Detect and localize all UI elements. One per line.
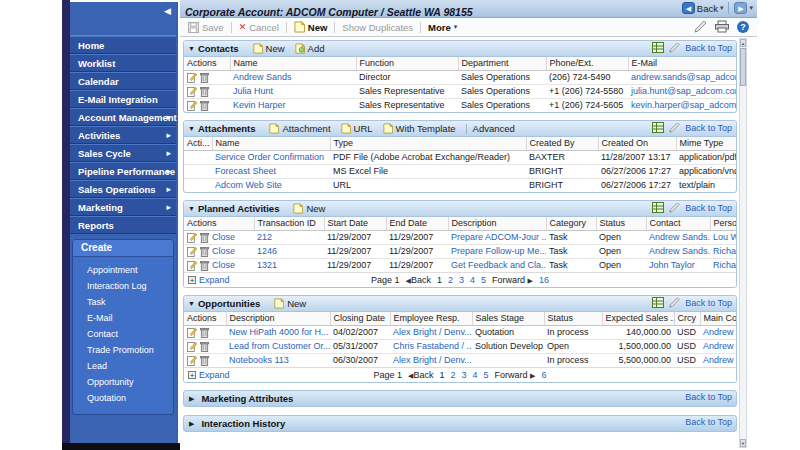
- last-page-number[interactable]: 6: [541, 370, 546, 380]
- activity-contact-link[interactable]: John Taylor: [649, 260, 695, 270]
- edit-row-icon[interactable]: [187, 327, 197, 338]
- delete-row-icon[interactable]: [200, 355, 209, 366]
- employee-responsible-link[interactable]: Chris Fastabend / ...: [393, 341, 472, 351]
- column-header[interactable]: Status: [596, 217, 646, 230]
- activity-description-link[interactable]: Prepare ADCOM-Jour ...: [451, 232, 546, 242]
- create-item-quotation[interactable]: Quotation: [87, 390, 173, 406]
- page-number[interactable]: 3: [461, 370, 466, 380]
- column-header[interactable]: Function: [356, 57, 458, 70]
- person-responsible-link[interactable]: Richard Baxter...: [713, 260, 736, 270]
- page-number[interactable]: 2: [450, 370, 455, 380]
- create-item-opportunity[interactable]: Opportunity: [87, 374, 173, 390]
- new-button[interactable]: New: [292, 21, 330, 33]
- scrollbar-thumb[interactable]: [740, 48, 746, 86]
- main-contact-link[interactable]: Andrew Sands /...: [703, 341, 736, 351]
- forward-button[interactable]: ▶ ▾: [734, 2, 753, 14]
- sidebar-item-account-management[interactable]: Account Management▸: [70, 108, 176, 126]
- page-number[interactable]: 1: [439, 370, 444, 380]
- activity-contact-link[interactable]: Andrew Sands...: [649, 246, 710, 256]
- contact-name-link[interactable]: Kevin Harper: [233, 100, 286, 110]
- page-number[interactable]: 4: [473, 370, 478, 380]
- contacts-new-button[interactable]: New: [253, 43, 285, 54]
- sidebar-item-home[interactable]: Home: [70, 36, 176, 54]
- sidebar-item-worklist[interactable]: Worklist: [70, 54, 176, 72]
- opportunities-new-button[interactable]: New: [274, 298, 306, 309]
- edit-page-button[interactable]: [694, 20, 707, 33]
- employee-responsible-link[interactable]: Alex Bright / Denv...: [393, 355, 472, 365]
- expand-button[interactable]: + Expand: [188, 370, 230, 380]
- attachments-back-to-top-link[interactable]: Back to Top: [685, 123, 732, 133]
- export-spreadsheet-icon[interactable]: [652, 42, 664, 53]
- planned-activities-back-to-top-link[interactable]: Back to Top: [685, 203, 732, 213]
- page-number[interactable]: 1: [437, 275, 442, 285]
- page-number[interactable]: 4: [470, 275, 475, 285]
- scroll-up-icon[interactable]: ▲: [740, 39, 746, 47]
- employee-responsible-link[interactable]: Alex Bright / Denv...: [393, 327, 472, 337]
- show-duplicates-button[interactable]: Show Duplicates: [340, 22, 415, 33]
- marketing-attributes-back-to-top-link[interactable]: Back to Top: [685, 392, 732, 402]
- column-header[interactable]: Phone/Ext.: [546, 57, 628, 70]
- column-header[interactable]: Department: [458, 57, 546, 70]
- pager-forward[interactable]: Forward ▶: [495, 370, 536, 380]
- delete-row-icon[interactable]: [200, 86, 209, 97]
- column-header[interactable]: End Date: [386, 217, 448, 230]
- column-header[interactable]: Mime Type: [676, 137, 736, 150]
- advanced-button[interactable]: Advanced: [473, 123, 515, 134]
- attachment-name-link[interactable]: Service Order Confirmation: [215, 152, 324, 162]
- attachment-name-link[interactable]: Forecast Sheet: [215, 166, 276, 176]
- sidebar-item-sales-cycle[interactable]: Sales Cycle▸: [70, 144, 176, 162]
- person-responsible-link[interactable]: Richard Baxter...: [713, 246, 736, 256]
- contact-email-link[interactable]: kevin.harper@sap_adcom.com: [631, 100, 736, 110]
- expand-section-icon[interactable]: ▶: [189, 420, 194, 428]
- edit-row-icon[interactable]: [187, 72, 197, 83]
- contact-name-link[interactable]: Andrew Sands: [233, 72, 292, 82]
- column-header[interactable]: Sales Stage: [472, 312, 544, 325]
- opportunity-description-link[interactable]: Notebooks 113: [229, 355, 289, 365]
- main-contact-link[interactable]: Andrew Sands /...: [703, 327, 736, 337]
- collapse-sidebar-icon[interactable]: ◀: [164, 6, 171, 16]
- back-button[interactable]: ◀ Back ▾: [682, 2, 724, 14]
- scroll-down-icon[interactable]: ▼: [740, 439, 746, 447]
- opportunities-back-to-top-link[interactable]: Back to Top: [685, 298, 732, 308]
- help-icon[interactable]: ?: [737, 21, 749, 33]
- column-header[interactable]: Name: [212, 137, 330, 150]
- edit-row-icon[interactable]: [187, 246, 197, 257]
- sidebar-item-email-integration[interactable]: E-Mail Integration: [70, 90, 176, 108]
- transaction-id-link[interactable]: 1321: [257, 260, 277, 270]
- activity-description-link[interactable]: Get Feedback and Cla...: [451, 260, 546, 270]
- sidebar-item-marketing[interactable]: Marketing▸: [70, 198, 176, 216]
- back-dropdown-icon[interactable]: ▾: [720, 4, 724, 12]
- edit-row-icon[interactable]: [187, 341, 197, 352]
- with-template-button[interactable]: With Template: [383, 123, 456, 134]
- planned-activities-new-button[interactable]: New: [293, 203, 325, 214]
- page-number[interactable]: 3: [459, 275, 464, 285]
- export-spreadsheet-icon[interactable]: [652, 122, 664, 133]
- sidebar-item-sales-operations[interactable]: Sales Operations▸: [70, 180, 176, 198]
- more-button[interactable]: More ▾: [426, 22, 459, 33]
- create-item-interaction-log[interactable]: Interaction Log: [87, 278, 173, 294]
- section-interaction-history[interactable]: ▶ Interaction History Back to Top: [183, 415, 737, 432]
- create-item-trade-promotion[interactable]: Trade Promotion: [87, 342, 173, 358]
- personalize-icon[interactable]: [669, 202, 680, 213]
- column-header[interactable]: Name: [230, 57, 356, 70]
- edit-row-icon[interactable]: [187, 100, 197, 111]
- column-header[interactable]: Actions: [184, 217, 254, 230]
- sidebar-item-activities[interactable]: Activities▸: [70, 126, 176, 144]
- column-header[interactable]: Status: [544, 312, 602, 325]
- create-item-appointment[interactable]: Appointment: [87, 262, 173, 278]
- column-header[interactable]: Closing Date: [330, 312, 390, 325]
- activity-description-link[interactable]: Prepare Follow-up Me...: [451, 246, 546, 256]
- column-header[interactable]: Expected Sales ...: [602, 312, 674, 325]
- edit-row-icon[interactable]: [187, 260, 197, 271]
- column-header[interactable]: Person Respo...: [710, 217, 736, 230]
- opportunity-description-link[interactable]: New HiPath 4000 for H...: [229, 327, 329, 337]
- create-item-contact[interactable]: Contact: [87, 326, 173, 342]
- export-spreadsheet-icon[interactable]: [652, 202, 664, 213]
- collapse-section-icon[interactable]: ▼: [188, 300, 195, 307]
- delete-row-icon[interactable]: [200, 100, 209, 111]
- sidebar-item-calendar[interactable]: Calendar: [70, 72, 176, 90]
- column-header[interactable]: Contact: [646, 217, 710, 230]
- personalize-icon[interactable]: [669, 42, 680, 53]
- create-item-lead[interactable]: Lead: [87, 358, 173, 374]
- url-button[interactable]: URL: [341, 123, 373, 134]
